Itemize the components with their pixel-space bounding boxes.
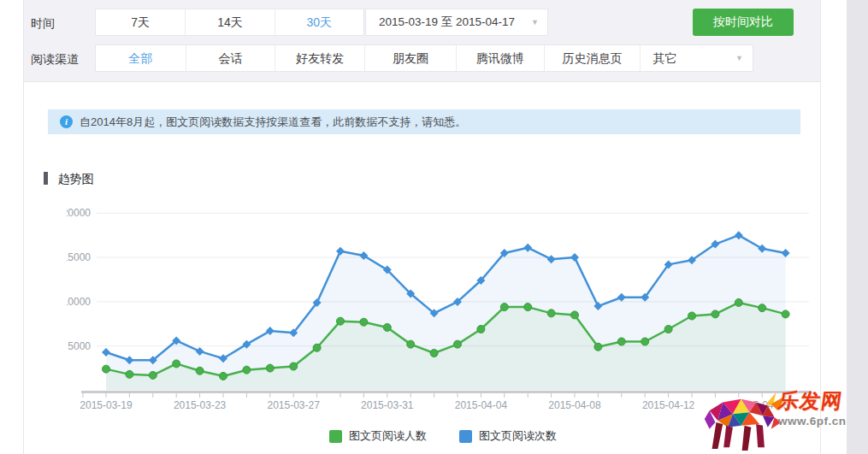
legend-item-0[interactable]: 图文页阅读人数: [329, 428, 427, 444]
data-point-circle[interactable]: [759, 304, 766, 312]
x-axis-tick-label: 2015-03-23: [174, 399, 227, 411]
read-channel-option-5[interactable]: 历史消息页: [544, 45, 641, 71]
x-axis-tick-label: 2015-03-27: [268, 399, 321, 411]
legend-swatch: [459, 430, 472, 443]
legend-swatch: [329, 430, 342, 443]
legend-label: 图文页阅读次数: [479, 428, 557, 444]
watermark-site-name: 乐发网: [776, 390, 850, 412]
data-point-circle[interactable]: [196, 367, 204, 374]
data-point-circle[interactable]: [454, 340, 462, 348]
chevron-down-icon: ▼: [531, 9, 539, 35]
read-channel-option-3[interactable]: 朋友圈: [364, 45, 456, 71]
section-marker: [44, 172, 48, 185]
y-axis-tick-label: 20000: [67, 207, 91, 219]
data-point-circle[interactable]: [664, 326, 672, 333]
data-point-circle[interactable]: [383, 323, 391, 331]
channel-filter-label: 阅读渠道: [31, 52, 79, 68]
read-channel-option-1[interactable]: 会话: [186, 45, 275, 71]
time-range-option-0[interactable]: 7天: [96, 9, 185, 35]
data-point-circle[interactable]: [337, 317, 345, 325]
data-point-circle[interactable]: [571, 311, 579, 319]
data-point-circle[interactable]: [173, 360, 180, 368]
data-point-circle[interactable]: [149, 371, 156, 379]
notice-banner: i 自2014年8月起，图文页阅读数据支持按渠道查看，此前数据不支持，请知悉。: [48, 109, 800, 134]
x-axis-tick-label: 2015-04-04: [455, 399, 508, 411]
read-channel-option-4[interactable]: 腾讯微博: [456, 45, 544, 71]
read-channel-option-0[interactable]: 全部: [96, 45, 186, 71]
y-axis-tick-label: 10000: [67, 296, 91, 308]
time-range-option-2[interactable]: 30天: [275, 9, 363, 35]
data-point-circle[interactable]: [126, 370, 133, 378]
y-axis-tick-label: 15000: [67, 251, 91, 263]
data-point-circle[interactable]: [617, 338, 625, 345]
data-point-circle[interactable]: [594, 343, 602, 351]
read-channel-selector: 全部会话好友转发朋友圈腾讯微博历史消息页其它▼: [95, 44, 753, 72]
info-icon: i: [60, 115, 73, 128]
data-point-circle[interactable]: [313, 344, 321, 351]
section-header: 趋势图: [44, 171, 93, 185]
filter-panel: 时间 7天14天30天 2015-03-19 至 2015-04-17 ▼ 按时…: [24, 0, 820, 82]
watermark-text: 乐发网 www.6pf.cn: [778, 390, 848, 427]
notice-text: 自2014年8月起，图文页阅读数据支持按渠道查看，此前数据不支持，请知悉。: [80, 115, 466, 130]
data-point-circle[interactable]: [477, 326, 485, 333]
data-point-circle[interactable]: [547, 310, 555, 317]
data-point-circle[interactable]: [266, 364, 274, 372]
data-point-circle[interactable]: [430, 349, 438, 357]
time-range-option-1[interactable]: 14天: [185, 9, 274, 35]
legend-item-1[interactable]: 图文页阅读次数: [459, 428, 557, 444]
data-point-circle[interactable]: [290, 363, 298, 370]
data-point-circle[interactable]: [407, 340, 415, 348]
y-axis-tick-label: 5000: [68, 340, 91, 352]
data-point-circle[interactable]: [103, 365, 110, 373]
x-axis-tick-label: 2015-03-31: [361, 399, 414, 411]
data-point-circle[interactable]: [735, 298, 742, 306]
data-point-circle[interactable]: [500, 304, 508, 311]
data-point-circle[interactable]: [712, 310, 719, 318]
watermark-site-url[interactable]: www.6pf.cn: [778, 415, 848, 427]
watermark: 乐发网 www.6pf.cn: [701, 387, 848, 454]
content-card: 时间 7天14天30天 2015-03-19 至 2015-04-17 ▼ 按时…: [23, 0, 821, 454]
data-point-circle[interactable]: [641, 338, 649, 345]
read-channel-option-6[interactable]: 其它▼: [640, 45, 753, 71]
time-filter-label: 时间: [31, 16, 55, 32]
read-channel-option-2[interactable]: 好友转发: [275, 45, 364, 71]
data-point-circle[interactable]: [688, 312, 696, 320]
x-axis-tick-label: 2015-04-08: [548, 399, 601, 411]
data-point-circle[interactable]: [782, 310, 789, 318]
section-title: 趋势图: [57, 172, 93, 186]
data-point-circle[interactable]: [524, 304, 532, 311]
legend-label: 图文页阅读人数: [349, 428, 427, 444]
time-range-selector: 7天14天30天: [95, 9, 364, 36]
chevron-down-icon: ▼: [735, 45, 743, 71]
x-axis-tick-label: 2015-04-12: [642, 399, 695, 411]
data-point-circle[interactable]: [243, 366, 251, 374]
date-range-value: 2015-03-19 至 2015-04-17: [379, 15, 515, 28]
compare-by-time-button[interactable]: 按时间对比: [693, 9, 794, 36]
date-range-picker[interactable]: 2015-03-19 至 2015-04-17 ▼: [365, 9, 548, 36]
page-background-strip: [847, 0, 868, 454]
x-axis-tick-label: 2015-03-19: [80, 399, 133, 411]
data-point-circle[interactable]: [220, 372, 227, 380]
data-point-circle[interactable]: [360, 318, 368, 326]
